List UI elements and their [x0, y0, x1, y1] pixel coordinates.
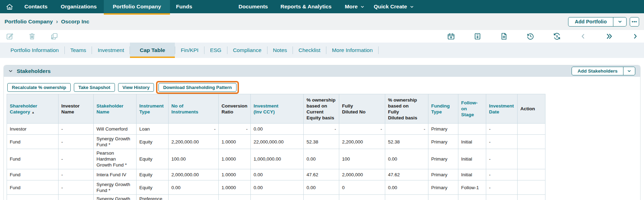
column-header[interactable]: Investment (Inv CCY) — [251, 94, 304, 124]
table-cell: - — [59, 169, 94, 180]
recalculate-ownership-button[interactable]: Recalculate % ownership — [7, 83, 71, 92]
add-portfolio-dropdown[interactable] — [613, 17, 626, 26]
history-icon[interactable] — [526, 32, 535, 40]
column-header[interactable]: Funding Type — [428, 94, 458, 124]
currency-refresh-icon[interactable]: $ — [553, 32, 561, 40]
column-header-label: % ownership based on Current Equity basi… — [307, 97, 335, 120]
board-add-icon[interactable] — [473, 32, 482, 40]
column-header-label: Instrument Type — [139, 103, 164, 114]
tab-compliance[interactable]: Compliance — [227, 43, 267, 58]
add-portfolio-label[interactable]: Add Portfolio — [568, 19, 613, 24]
table-cell: Primary — [428, 135, 458, 149]
table-row: Fund-Intera Fund IVEquity2,000,000.001.0… — [7, 169, 545, 180]
nav-item-label: Contacts — [24, 3, 47, 10]
table-cell: 1.0000 — [219, 180, 251, 195]
nav-item-contacts[interactable]: Contacts — [23, 0, 49, 13]
duplicate-icon[interactable] — [50, 32, 59, 40]
table-cell: 2.0000 — [219, 195, 251, 200]
breadcrumb-parent[interactable]: Portfolio Company — [5, 18, 53, 25]
column-header[interactable]: Stakeholder Name — [94, 94, 137, 124]
record-toolbar: $ — [0, 30, 644, 43]
add-stakeholders-dropdown[interactable] — [623, 67, 635, 75]
home-icon[interactable] — [6, 0, 14, 13]
column-header-label: No of Instruments — [171, 103, 198, 114]
tab-fin-kpi[interactable]: Fin/KPI — [175, 43, 204, 58]
table-cell: Investor — [7, 124, 59, 135]
column-header-label: Fully Diluted No — [342, 103, 366, 114]
take-snapshot-button[interactable]: Take Snapshot — [74, 83, 115, 92]
view-history-button[interactable]: View History — [118, 83, 154, 92]
nav-item-reports-analytics[interactable]: Reports & Analytics — [279, 0, 333, 13]
table-cell: 0.00 — [169, 180, 219, 195]
calendar-add-icon[interactable] — [447, 32, 455, 40]
table-cell: 0.00 — [251, 124, 304, 135]
edit-icon[interactable] — [6, 32, 14, 40]
table-cell: Equity — [137, 135, 169, 149]
column-header[interactable]: Follow-on Stage — [458, 94, 486, 124]
table-cell: Initial — [458, 195, 486, 200]
table-cell: Primary — [428, 124, 458, 135]
table-cell: Fund — [7, 149, 59, 169]
chevron-down-icon — [360, 5, 365, 9]
double-chevron-right-icon[interactable] — [605, 32, 613, 40]
stakeholders-panel: Stakeholders Add Stakeholders Recalculat… — [3, 65, 641, 200]
breadcrumb-separator-icon: › — [56, 18, 58, 25]
table-cell: - — [486, 195, 518, 200]
table-cell: - — [304, 195, 339, 200]
table-cell: - — [339, 124, 385, 135]
table-cell: 0.00 — [385, 195, 428, 200]
table-cell — [518, 169, 545, 180]
table-cell — [458, 124, 486, 135]
spacer — [0, 58, 644, 65]
column-header: Investor Name — [59, 94, 94, 124]
nav-item-organizations[interactable]: Organizations — [59, 0, 98, 13]
column-header: % ownership based on Current Equity basi… — [304, 94, 339, 124]
nav-item-documents[interactable]: Documents — [237, 0, 269, 13]
more-options-button[interactable]: ••• — [630, 17, 639, 27]
delete-icon[interactable] — [28, 32, 36, 40]
table-cell: 0.00 — [169, 195, 219, 200]
tab-teams[interactable]: Teams — [65, 43, 92, 58]
table-cell: 100.00 — [169, 149, 219, 169]
collapse-chevron-down-icon[interactable] — [8, 68, 13, 74]
nav-item-portfolio-company[interactable]: Portfolio Company — [104, 0, 170, 13]
table-cell: 1,000,000.00 — [251, 149, 304, 169]
chevron-right-icon[interactable] — [631, 32, 639, 40]
table-cell: - — [486, 169, 518, 180]
tab-notes[interactable]: Notes — [267, 43, 293, 58]
tab-portfolio-information[interactable]: Portfolio Information — [5, 43, 64, 58]
column-header[interactable]: Shareholder Category▲ — [7, 94, 59, 124]
table-cell: Will Comerford — [94, 124, 137, 135]
tab-esg[interactable]: ESG — [204, 43, 227, 58]
table-row: Fund-Pearson Hardman Growth Fund *Equity… — [7, 149, 545, 169]
add-stakeholders-label[interactable]: Add Stakeholders — [572, 68, 623, 74]
table-row: Fund-Synergy Growth Fund *Preference Sha… — [7, 195, 545, 200]
download-shareholding-pattern-button[interactable]: Download Shareholding Pattern — [158, 83, 236, 92]
tab-more-information[interactable]: More Information — [326, 43, 378, 58]
table-cell — [518, 124, 545, 135]
tab-investment[interactable]: Investment — [92, 43, 130, 58]
table-cell: Synergy Growth Fund * — [94, 135, 137, 149]
column-header[interactable]: Instrument Type — [137, 94, 169, 124]
tab-cap-table[interactable]: Cap Table — [130, 43, 175, 58]
table-cell: 0 — [339, 195, 385, 200]
column-header-label: Action — [520, 106, 535, 111]
add-stakeholders-button[interactable]: Add Stakeholders — [572, 67, 635, 75]
file-add-icon[interactable] — [500, 32, 508, 40]
nav-item-more[interactable]: More — [343, 0, 366, 13]
tab-checklist[interactable]: Checklist — [293, 43, 326, 58]
column-header[interactable]: Investment Date — [486, 94, 518, 124]
ellipsis-icon: ••• — [632, 19, 637, 24]
table-cell: Initial — [458, 169, 486, 180]
table-cell: Initial — [458, 135, 486, 149]
nav-item-funds[interactable]: Funds — [174, 0, 194, 13]
nav-item-quick-create[interactable]: Quick Create — [372, 0, 416, 13]
table-cell: - — [385, 124, 428, 135]
column-header[interactable]: No of Instruments — [169, 94, 219, 124]
add-portfolio-button[interactable]: Add Portfolio — [568, 17, 627, 27]
chevron-left-icon[interactable] — [579, 32, 587, 40]
table-row: Fund-Synergy Growth Fund *Equity2,200,00… — [7, 135, 545, 149]
table-cell: - — [486, 149, 518, 169]
column-header-label: Investment (Inv CCY) — [254, 103, 278, 114]
stakeholder-actions-row: Recalculate % ownershipTake SnapshotView… — [7, 81, 640, 93]
